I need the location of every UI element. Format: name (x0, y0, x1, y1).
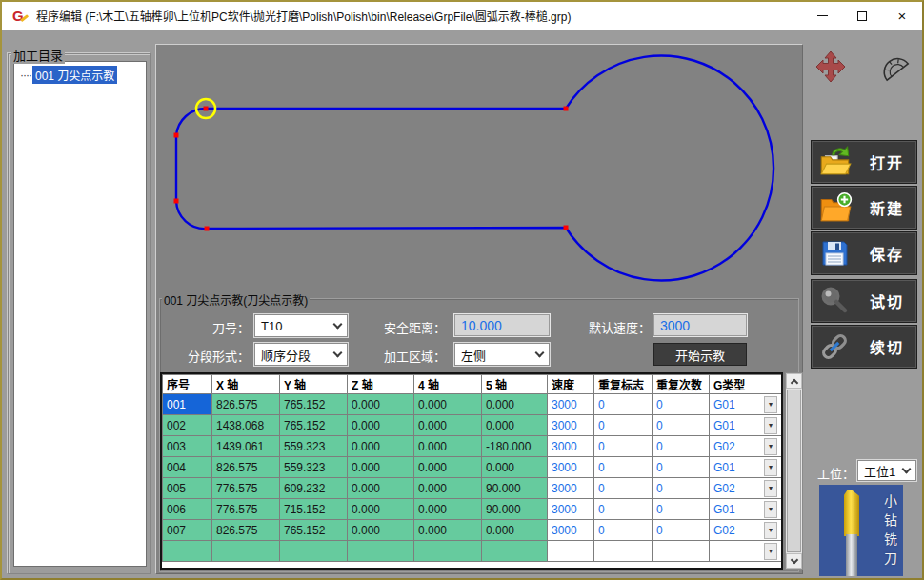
cell-axis4[interactable]: 0.000 (414, 436, 482, 457)
cell-axis4[interactable]: 0.000 (414, 499, 482, 520)
cell-gtype[interactable]: G01▾ (710, 394, 782, 415)
cell-speed[interactable]: 3000 (548, 415, 594, 436)
table-row[interactable]: 006776.575715.1520.0000.00090.000300000G… (163, 499, 782, 520)
cell-gtype[interactable]: ▾ (710, 541, 782, 562)
cell-gtype[interactable]: G02▾ (710, 520, 782, 541)
cell-x[interactable]: 826.575 (212, 520, 280, 541)
table-row[interactable]: 001826.575765.1520.0000.0000.000300000G0… (163, 394, 782, 415)
cell-gtype[interactable]: G02▾ (710, 436, 782, 457)
cell-z[interactable]: 0.000 (348, 520, 414, 541)
cell-index[interactable] (163, 541, 212, 562)
cell-gtype[interactable]: G01▾ (710, 415, 782, 436)
cell-repeat-flag[interactable]: 0 (594, 394, 653, 415)
tree-item-label[interactable]: 001 刀尖点示教 (32, 66, 117, 84)
cell-speed[interactable]: 3000 (548, 457, 594, 478)
cell-repeat-count[interactable]: 0 (653, 499, 710, 520)
table-row[interactable]: 007826.575765.1520.0000.0000.000300000G0… (163, 520, 782, 541)
cell-axis5[interactable]: 0.000 (482, 520, 548, 541)
gtype-dropdown-arrow[interactable]: ▾ (764, 543, 777, 560)
program-tree[interactable]: ···· 001 刀尖点示教 (13, 61, 147, 567)
cell-speed[interactable]: 3000 (548, 436, 594, 457)
cell-speed[interactable]: 3000 (548, 478, 594, 499)
cell-gtype[interactable]: G01▾ (710, 499, 782, 520)
cell-repeat-count[interactable]: 0 (653, 415, 710, 436)
cell-index[interactable]: 003 (163, 436, 212, 457)
station-combo[interactable]: 工位1 (857, 460, 916, 481)
cell-axis4[interactable]: 0.000 (414, 394, 482, 415)
cell-index[interactable]: 005 (163, 478, 212, 499)
cell-gtype[interactable]: G01▾ (710, 457, 782, 478)
close-button[interactable]: × (882, 2, 922, 30)
cell-axis4[interactable]: 0.000 (414, 520, 482, 541)
gtype-dropdown-arrow[interactable]: ▾ (764, 396, 777, 413)
minimize-button[interactable] (802, 2, 842, 30)
cell-repeat-count[interactable]: 0 (653, 520, 710, 541)
table-row[interactable]: ▾ (163, 541, 782, 562)
cell-z[interactable]: 0.000 (348, 415, 414, 436)
cell-y[interactable] (280, 541, 348, 562)
cell-index[interactable]: 007 (163, 520, 212, 541)
table-scrollbar[interactable] (785, 372, 803, 570)
cell-x[interactable]: 826.575 (212, 394, 280, 415)
cell-repeat-count[interactable]: 0 (653, 457, 710, 478)
cell-z[interactable]: 0.000 (348, 436, 414, 457)
safe-distance-input[interactable]: 10.000 (454, 314, 550, 336)
cell-index[interactable]: 001 (163, 394, 212, 415)
continue-cut-button[interactable]: 续切 (812, 326, 916, 368)
cell-y[interactable]: 765.152 (280, 520, 348, 541)
table-row[interactable]: 0021438.068765.1520.0000.0000.000300000G… (163, 415, 782, 436)
cell-z[interactable]: 0.000 (348, 457, 414, 478)
tree-item-001[interactable]: ···· 001 刀尖点示教 (14, 66, 146, 84)
cell-speed[interactable] (548, 541, 594, 562)
cell-axis5[interactable] (482, 541, 548, 562)
gtype-dropdown-arrow[interactable]: ▾ (764, 480, 777, 497)
cell-repeat-flag[interactable]: 0 (594, 457, 653, 478)
toolpath-canvas[interactable] (156, 45, 802, 296)
gtype-dropdown-arrow[interactable]: ▾ (764, 501, 777, 518)
cell-repeat-flag[interactable]: 0 (594, 520, 653, 541)
gtype-dropdown-arrow[interactable]: ▾ (764, 438, 777, 455)
cell-axis5[interactable]: 0.000 (482, 394, 548, 415)
cell-index[interactable]: 004 (163, 457, 212, 478)
scroll-up-button[interactable] (786, 373, 802, 389)
cell-x[interactable]: 1439.061 (212, 436, 280, 457)
tool-number-combo[interactable]: T10 (254, 314, 348, 337)
new-button[interactable]: 新建 (812, 187, 916, 229)
table-row[interactable]: 004826.575559.3230.0000.0000.000300000G0… (163, 457, 782, 478)
cell-y[interactable]: 559.323 (280, 436, 348, 457)
points-table[interactable]: 序号 X 轴 Y 轴 Z 轴 4 轴 5 轴 速度 重复标志 重复次数 G类型 (162, 374, 782, 562)
table-row[interactable]: 0031439.061559.3230.0000.000-180.0003000… (163, 436, 782, 457)
cell-repeat-flag[interactable]: 0 (594, 415, 653, 436)
cell-axis5[interactable]: 0.000 (482, 415, 548, 436)
work-region-combo[interactable]: 左侧 (454, 343, 550, 366)
cell-repeat-count[interactable] (653, 541, 710, 562)
cell-x[interactable]: 1438.068 (212, 415, 280, 436)
maximize-button[interactable] (842, 2, 882, 30)
cell-repeat-flag[interactable]: 0 (594, 478, 653, 499)
protractor-icon[interactable] (876, 50, 916, 86)
cell-repeat-count[interactable]: 0 (653, 394, 710, 415)
gtype-dropdown-arrow[interactable]: ▾ (764, 522, 777, 539)
gtype-dropdown-arrow[interactable]: ▾ (764, 459, 777, 476)
cell-repeat-count[interactable]: 0 (653, 478, 710, 499)
cell-repeat-flag[interactable]: 0 (594, 436, 653, 457)
trial-cut-button[interactable]: 试切 (812, 280, 916, 322)
cell-axis4[interactable] (414, 541, 482, 562)
cell-index[interactable]: 006 (163, 499, 212, 520)
open-button[interactable]: 打开 (812, 141, 916, 183)
cell-axis4[interactable]: 0.000 (414, 457, 482, 478)
titlebar[interactable]: G 程序编辑 (F:\木工\五轴榫卯\上位机PC软件\抛光打磨\Polish\P… (2, 2, 922, 30)
cell-axis4[interactable]: 0.000 (414, 478, 482, 499)
cell-axis5[interactable]: -180.000 (482, 436, 548, 457)
cell-axis5[interactable]: 0.000 (482, 457, 548, 478)
cell-z[interactable]: 0.000 (348, 478, 414, 499)
cell-speed[interactable]: 3000 (548, 520, 594, 541)
cell-repeat-flag[interactable]: 0 (594, 499, 653, 520)
cell-y[interactable]: 609.232 (280, 478, 348, 499)
default-speed-input[interactable]: 3000 (653, 314, 747, 336)
cell-z[interactable] (348, 541, 414, 562)
cell-axis5[interactable]: 90.000 (482, 499, 548, 520)
cell-axis5[interactable]: 90.000 (482, 478, 548, 499)
save-button[interactable]: 保存 (812, 232, 916, 274)
cell-index[interactable]: 002 (163, 415, 212, 436)
